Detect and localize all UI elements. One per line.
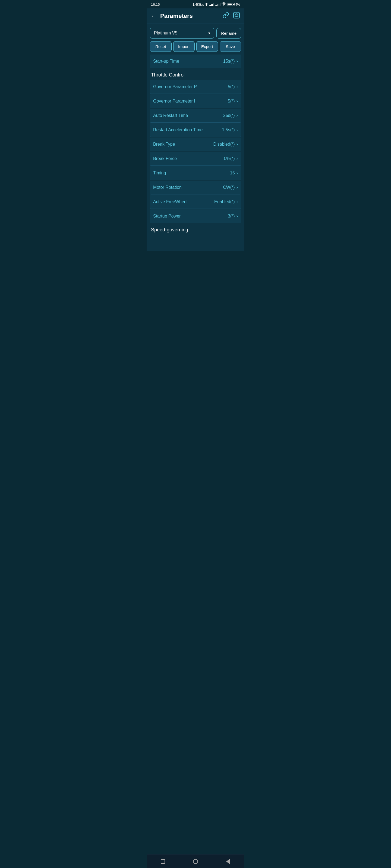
header-icons	[223, 12, 240, 20]
motor-rotation-row[interactable]: Motor Rotation CW(*) ›	[150, 181, 241, 194]
break-type-label: Break Type	[153, 142, 175, 147]
bar3	[218, 4, 218, 6]
network-speed: 1,4KB/s	[193, 3, 204, 6]
timing-chevron: ›	[236, 170, 238, 176]
import-button[interactable]: Import	[173, 41, 195, 52]
governor-p-value: 5(*) ›	[228, 84, 238, 89]
status-bar: 16:15 1,4KB/s ✱	[147, 0, 244, 8]
startup-time-label: Start-up Time	[153, 59, 179, 64]
timing-row[interactable]: Timing 15 ›	[150, 166, 241, 180]
header-left: ← Parameters	[151, 12, 193, 20]
bar2	[210, 5, 211, 6]
break-force-chevron: ›	[236, 156, 238, 161]
governor-p-row[interactable]: Governor Parameter P 5(*) ›	[150, 80, 241, 94]
header: ← Parameters	[147, 8, 244, 24]
rename-button[interactable]: Rename	[216, 28, 241, 38]
bar2	[216, 5, 217, 6]
restart-acc-row[interactable]: Restart Acceleration Time 1.5s(*) ›	[150, 123, 241, 137]
battery-icon	[227, 3, 233, 6]
restart-acc-chevron: ›	[236, 127, 238, 132]
break-type-value: Disabled(*) ›	[214, 142, 238, 147]
svg-rect-0	[233, 12, 240, 18]
startup-power-value: 3(*) ›	[228, 214, 238, 219]
timing-label: Timing	[153, 170, 166, 176]
battery-fill	[227, 3, 232, 5]
active-freewheel-row[interactable]: Active FreeWheel Enabled(*) ›	[150, 195, 241, 209]
bluetooth-icon: ✱	[205, 2, 208, 6]
throttle-control-section: Throttle Control	[150, 69, 241, 80]
governor-p-label: Governor Parameter P	[153, 84, 197, 89]
startup-time-chevron: ›	[236, 59, 238, 64]
dropdown-chevron: ▾	[208, 31, 210, 35]
governor-i-chevron: ›	[236, 99, 238, 104]
bar1	[209, 5, 210, 6]
bar1	[215, 5, 216, 6]
link-icon[interactable]	[223, 12, 229, 20]
break-type-chevron: ›	[236, 142, 238, 147]
bottom-spacer	[150, 235, 241, 251]
signal-bars-2	[215, 3, 221, 6]
break-force-value: 0%(*) ›	[224, 156, 238, 161]
startup-power-row[interactable]: Startup Power 3(*) ›	[150, 209, 241, 223]
governor-i-value: 5(*) ›	[228, 99, 238, 104]
battery-percent: 74%	[233, 3, 240, 6]
break-force-label: Break Force	[153, 156, 177, 161]
active-freewheel-label: Active FreeWheel	[153, 199, 187, 204]
battery: 74%	[227, 3, 240, 6]
bar5	[220, 3, 221, 6]
action-row: Reset Import Export Save	[150, 41, 241, 52]
startup-power-label: Startup Power	[153, 214, 180, 219]
signal-bars-1	[209, 3, 214, 6]
page-title: Parameters	[160, 12, 193, 20]
refresh-icon[interactable]	[233, 12, 240, 20]
auto-restart-chevron: ›	[236, 113, 238, 118]
preset-dropdown[interactable]: Platinum V5 ▾	[150, 28, 214, 38]
speed-governing-section: Speed-governing	[150, 224, 241, 235]
timing-value: 15 ›	[230, 170, 238, 176]
motor-rotation-chevron: ›	[236, 185, 238, 190]
auto-restart-label: Auto Restart Time	[153, 113, 188, 118]
break-force-row[interactable]: Break Force 0%(*) ›	[150, 152, 241, 166]
save-button[interactable]: Save	[220, 41, 242, 52]
auto-restart-value: 25s(*) ›	[223, 113, 238, 118]
restart-acc-value: 1.5s(*) ›	[222, 127, 238, 132]
motor-rotation-value: CW(*) ›	[223, 185, 238, 190]
bar3	[211, 4, 212, 6]
governor-p-chevron: ›	[236, 84, 238, 89]
restart-acc-label: Restart Acceleration Time	[153, 127, 202, 132]
status-right: 1,4KB/s ✱	[193, 2, 240, 7]
bar4	[212, 4, 213, 6]
startup-time-value: 15s(*) ›	[223, 59, 238, 64]
preset-value: Platinum V5	[154, 31, 177, 35]
status-time: 16:15	[151, 2, 160, 6]
bar5	[214, 3, 214, 6]
startup-time-row[interactable]: Start-up Time 15s(*) ›	[150, 55, 241, 68]
motor-rotation-label: Motor Rotation	[153, 185, 181, 190]
startup-power-chevron: ›	[236, 214, 238, 219]
auto-restart-row[interactable]: Auto Restart Time 25s(*) ›	[150, 109, 241, 123]
export-button[interactable]: Export	[196, 41, 218, 52]
bar4	[219, 4, 219, 6]
active-freewheel-value: Enabled(*) ›	[214, 199, 238, 204]
main-content: Platinum V5 ▾ Rename Reset Import Export…	[147, 24, 244, 251]
break-type-row[interactable]: Break Type Disabled(*) ›	[150, 137, 241, 151]
governor-i-label: Governor Parameter I	[153, 99, 195, 104]
governor-i-row[interactable]: Governor Parameter I 5(*) ›	[150, 94, 241, 108]
back-button[interactable]: ←	[151, 12, 157, 20]
active-freewheel-chevron: ›	[236, 199, 238, 204]
reset-button[interactable]: Reset	[150, 41, 172, 52]
preset-row: Platinum V5 ▾ Rename	[150, 28, 241, 38]
wifi-icon	[222, 2, 226, 7]
